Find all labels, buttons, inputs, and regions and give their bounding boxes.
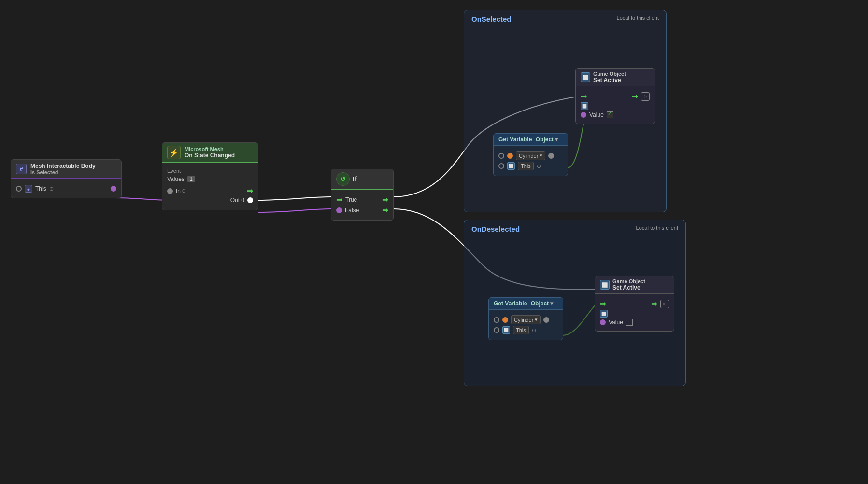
set-active-2-local-badge: Local to this client xyxy=(636,225,678,231)
if-title: If xyxy=(353,175,357,183)
get-var-2-dropdown2[interactable]: This xyxy=(513,326,529,334)
mesh-this-right-port xyxy=(111,186,116,192)
on-state-out0-label: Out 0 xyxy=(230,197,244,204)
on-selected-container: OnSelected Local to this client ⬜ Game O… xyxy=(464,10,667,212)
set-active-2-obj-row: ⬜ xyxy=(600,310,669,318)
mesh-interactable-body: # This ⊙ xyxy=(11,179,121,198)
get-var-2-left-port2 xyxy=(494,327,499,333)
get-var-1-dropdown2[interactable]: This xyxy=(518,162,534,170)
on-state-event-label: Event xyxy=(167,168,253,174)
set-active-1-node: ⬜ Game Object Set Active ➡ ➡ ▷ ⬜ Value xyxy=(575,68,655,124)
set-active-1-obj-row: ⬜ xyxy=(581,102,650,110)
get-var-1-node: Get Variable Object ▾ Cylinder ▾ ⬜ xyxy=(493,133,568,176)
set-active-2-out-arrow: ➡ xyxy=(651,299,657,308)
on-state-out0-right-port xyxy=(247,197,253,203)
if-node: ↺ If ➡ True ➡ False ➡ xyxy=(331,169,394,221)
get-var-2-title: Get Variable xyxy=(494,300,527,307)
if-true-row: ➡ True ➡ xyxy=(336,195,388,204)
get-var-1-clock: ⊙ xyxy=(537,163,541,169)
set-active-2-value-port xyxy=(600,319,606,325)
mesh-interactable-node: # Mesh Interactable Body Is Selected # T… xyxy=(11,159,122,198)
on-selected-label: OnSelected xyxy=(471,15,512,23)
set-active-1-title: Game Object xyxy=(593,71,626,77)
on-state-in0-left-port xyxy=(167,188,173,194)
on-state-in0-label: In 0 xyxy=(176,188,185,194)
mesh-interactable-title: Mesh Interactable Body xyxy=(30,163,96,169)
on-state-provider: Microsoft Mesh xyxy=(185,146,235,152)
if-body: ➡ True ➡ False ➡ xyxy=(331,190,393,220)
get-var-2-header: Get Variable Object ▾ xyxy=(489,298,563,310)
get-var-2-clock: ⊙ xyxy=(532,327,536,333)
set-active-2-obj-cube: ⬜ xyxy=(600,310,608,318)
set-active-2-body: ➡ ➡ ▷ ⬜ Value xyxy=(595,294,674,331)
set-active-1-value-port xyxy=(581,112,586,118)
get-var-1-right-port1 xyxy=(548,153,554,159)
get-var-1-orange-port xyxy=(507,153,513,159)
mesh-this-port-row: # This ⊙ xyxy=(16,185,116,193)
set-active-2-value-row: Value xyxy=(600,319,669,326)
on-state-out0-row: Out 0 xyxy=(167,197,253,204)
get-var-1-title: Get Variable xyxy=(498,136,532,143)
mesh-this-label: This xyxy=(35,185,46,192)
mesh-this-hash: # xyxy=(25,185,32,193)
set-active-2-play-btn: ▷ xyxy=(660,300,669,308)
set-active-1-local-badge: Local to this client xyxy=(617,15,659,21)
get-var-2-chevron: ▾ xyxy=(550,300,553,307)
set-active-1-value-row: Value xyxy=(581,111,650,118)
set-active-1-header: ⬜ Game Object Set Active xyxy=(576,69,655,86)
on-state-title: On State Changed xyxy=(185,152,235,159)
on-state-values-row: Values 1 xyxy=(167,176,253,182)
set-active-1-out-arrow: ➡ xyxy=(632,92,638,101)
get-var-2-dropdown1[interactable]: Cylinder ▾ xyxy=(511,315,541,324)
get-var-1-left-port2 xyxy=(498,163,504,169)
get-var-1-chevron: ▾ xyxy=(555,136,558,143)
if-true-label: True xyxy=(345,196,357,203)
if-false-out-arrow: ➡ xyxy=(382,206,388,215)
mesh-interactable-header: # Mesh Interactable Body Is Selected xyxy=(11,160,121,179)
set-active-2-value-check xyxy=(626,319,633,326)
set-active-1-play-btn: ▷ xyxy=(641,92,650,101)
if-false-in-port xyxy=(336,207,342,213)
get-var-2-orange-port xyxy=(502,317,508,323)
on-state-changed-body: Event Values 1 In 0 ➡ Out 0 xyxy=(162,163,258,210)
if-true-out-arrow: ➡ xyxy=(382,195,388,204)
on-state-values-label: Values xyxy=(167,176,185,182)
set-active-2-subtitle: Set Active xyxy=(612,284,645,291)
set-active-1-value-label: Value xyxy=(589,111,604,118)
if-false-label: False xyxy=(345,207,359,214)
get-var-1-body: Cylinder ▾ ⬜ This ⊙ xyxy=(494,146,568,176)
get-var-2-cube: ⬜ xyxy=(502,326,510,334)
set-active-1-subtitle: Set Active xyxy=(593,77,626,83)
mesh-this-clock: ⊙ xyxy=(49,186,54,192)
on-state-in0-arrow: ➡ xyxy=(247,186,253,195)
on-state-changed-header: ⚡ Microsoft Mesh On State Changed xyxy=(162,143,258,163)
mesh-this-left-port xyxy=(16,186,22,192)
on-state-values-badge: 1 xyxy=(187,176,195,182)
set-active-1-value-check xyxy=(607,111,613,118)
set-active-2-title: Game Object xyxy=(612,278,645,284)
get-var-1-cube: ⬜ xyxy=(507,162,515,170)
set-active-1-obj-cube: ⬜ xyxy=(581,102,588,110)
if-header: ↺ If xyxy=(331,169,393,190)
on-state-in0-row: In 0 ➡ xyxy=(167,186,253,195)
get-var-1-row2: ⬜ This ⊙ xyxy=(498,162,563,170)
get-var-1-dropdown1[interactable]: Cylinder ▾ xyxy=(516,151,545,160)
on-deselected-label: OnDeselected xyxy=(471,225,520,233)
set-active-1-cube-icon: ⬜ xyxy=(581,72,590,82)
set-active-2-header: ⬜ Game Object Set Active xyxy=(595,276,674,294)
mesh-interactable-subtitle: Is Selected xyxy=(30,169,96,175)
get-var-1-row1: Cylinder ▾ xyxy=(498,151,563,160)
set-active-2-exec-row: ➡ ➡ ▷ xyxy=(600,299,669,308)
set-active-1-exec-row: ➡ ➡ ▷ xyxy=(581,92,650,101)
set-active-2-cube-icon: ⬜ xyxy=(600,280,610,290)
set-active-1-in-arrow: ➡ xyxy=(581,92,587,101)
set-active-2-node: ⬜ Game Object Set Active ➡ ➡ ▷ ⬜ Value xyxy=(595,276,674,332)
refresh-icon: ↺ xyxy=(336,172,350,186)
get-var-1-left-port1 xyxy=(498,153,504,159)
bolt-icon: ⚡ xyxy=(167,146,181,159)
get-var-2-right-port1 xyxy=(543,317,549,323)
if-false-row: False ➡ xyxy=(336,206,388,215)
on-deselected-container: OnDeselected Local to this client ⬜ Game… xyxy=(464,220,686,386)
get-var-1-subtitle: Object xyxy=(536,136,554,143)
set-active-2-value-label: Value xyxy=(609,319,623,326)
